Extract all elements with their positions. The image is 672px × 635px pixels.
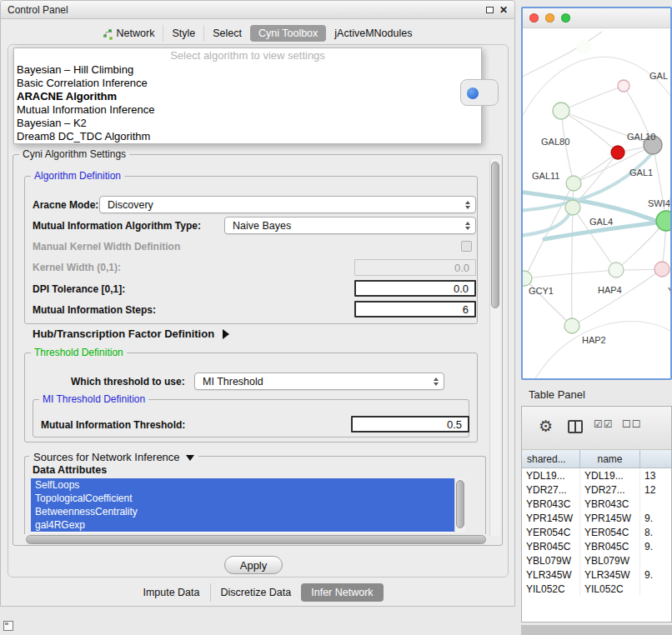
scrollbar-thumb[interactable] — [491, 162, 499, 308]
hub-tf-definition-toggle[interactable]: Hub/Transcription Factor Definition — [33, 328, 229, 340]
close-window-icon[interactable]: ✕ — [499, 6, 508, 14]
network-edge[interactable] — [561, 86, 624, 111]
network-edge[interactable] — [523, 211, 571, 236]
algorithm-option-basic-correlation-inference[interactable]: Basic Correlation Inference — [14, 77, 481, 90]
attribute-item-topologicalcoefficient[interactable]: TopologicalCoefficient — [31, 492, 454, 505]
spinner-arrows-icon — [434, 378, 439, 386]
network-edge[interactable] — [572, 208, 573, 326]
mi-threshold-field[interactable] — [351, 416, 469, 432]
tab-select[interactable]: Select — [203, 25, 250, 42]
pink-node-top[interactable] — [618, 80, 629, 92]
settings-horizontal-scrollbar[interactable] — [26, 535, 486, 544]
close-traffic-light-icon[interactable] — [529, 13, 539, 22]
tab-jactivemnodules[interactable]: jActiveMNodules — [326, 25, 420, 42]
window-title: Control Panel — [8, 4, 486, 16]
bottom-tab-discretize-data[interactable]: Discretize Data — [210, 583, 302, 602]
green-node[interactable] — [656, 211, 670, 231]
which-threshold-select[interactable]: MI Threshold — [194, 372, 444, 390]
table-row[interactable]: YDL19...YDL19...13 — [522, 468, 671, 482]
table-row[interactable]: YIL052CYIL052C — [522, 582, 671, 596]
network-edge[interactable] — [561, 111, 574, 183]
zoom-traffic-light-icon[interactable] — [561, 13, 570, 22]
pink-node-right[interactable] — [654, 262, 669, 277]
table-cell: 9. — [640, 511, 671, 525]
network-edge[interactable] — [574, 152, 618, 183]
gal80-node[interactable] — [553, 102, 569, 119]
gal10-node[interactable] — [611, 146, 624, 159]
mi-type-label: Mutual Information Algorithm Type: — [33, 220, 201, 232]
help-button-fragment[interactable] — [460, 79, 499, 106]
network-window-titlebar[interactable] — [523, 8, 670, 28]
table-row[interactable]: YPR145WYPR145W9. — [522, 511, 671, 525]
node-label-swi4: SWI4 — [648, 198, 670, 208]
attribute-item-betweennesscentrality[interactable]: BetweennessCentrality — [31, 505, 454, 518]
node-label-gcy1: GCY1 — [529, 286, 554, 296]
tab-bar: NetworkStyleSelectCyni ToolboxjActiveMNo… — [1, 24, 514, 42]
tab-cyni-toolbox[interactable]: Cyni Toolbox — [250, 25, 326, 42]
algorithm-option-aracne-algorithm[interactable]: ARACNE Algorithm — [14, 90, 481, 103]
algorithm-option-bayesian-k2[interactable]: Bayesian – K2 — [14, 117, 481, 130]
sources-toggle[interactable]: Sources for Network Inference — [29, 451, 198, 463]
desktop: Control Panel ✕ NetworkStyleSelectCyni T… — [0, 0, 672, 635]
node-label-gal4: GAL4 — [589, 217, 613, 227]
algorithm-option-bayesian-hill-climbing[interactable]: Bayesian – Hill Climbing — [14, 63, 481, 77]
gear-icon[interactable]: ⚙ — [539, 417, 553, 436]
apply-button[interactable]: Apply — [224, 556, 283, 574]
network-canvas-container[interactable]: GALGAL80GAL10GAL11GAL1SWI4GAL4GCY1HAP4HA… — [523, 28, 670, 378]
attributes-list-scrollbar[interactable] — [454, 478, 465, 532]
unselect-all-columns-icon[interactable]: ☐☐ — [622, 418, 642, 430]
algorithm-popup-list: Bayesian – Hill ClimbingBasic Correlatio… — [14, 63, 481, 143]
network-tab-icon — [103, 29, 113, 38]
window-controls: ✕ — [486, 6, 508, 14]
bottom-tab-impute-data[interactable]: Impute Data — [133, 583, 209, 602]
bottom-tab-infer-network[interactable]: Infer Network — [301, 583, 383, 602]
mi-type-value: Naive Bayes — [233, 220, 291, 232]
table-row[interactable]: YBR045CYBR045C9. — [522, 539, 671, 553]
table-row[interactable]: YDR27...YDR27...12 — [522, 482, 671, 497]
network-edge[interactable] — [653, 145, 666, 221]
select-all-columns-icon[interactable]: ☑☑ — [594, 418, 614, 430]
mi-steps-field[interactable] — [354, 301, 476, 318]
float-window-icon[interactable] — [486, 7, 494, 13]
gal11-node[interactable] — [566, 176, 581, 191]
tab-style[interactable]: Style — [163, 25, 203, 42]
hap4-node[interactable] — [609, 262, 624, 278]
table-cell: YPR145W — [522, 511, 580, 525]
table-row[interactable]: YBL079WYBL079W — [522, 553, 671, 568]
scrollbar-thumb[interactable] — [456, 480, 464, 528]
control-panel-titlebar[interactable]: Control Panel ✕ — [1, 1, 514, 19]
minimized-panel-icon[interactable] — [3, 621, 13, 631]
table-row[interactable]: YBR043CYBR043C — [522, 497, 671, 511]
hap2-node[interactable] — [564, 318, 579, 333]
table-cell: YDL19... — [580, 468, 640, 482]
node-label-y: Y — [668, 286, 670, 296]
algorithm-option-dream8-dc-tdc-algorithm[interactable]: Dream8 DC_TDC Algorithm — [14, 130, 481, 143]
columns-icon[interactable] — [568, 420, 583, 433]
column-header-shared[interactable]: shared... — [522, 450, 580, 468]
network-edge[interactable] — [535, 322, 670, 378]
tab-network[interactable]: Network — [95, 25, 163, 42]
manual-kernel-checkbox[interactable] — [461, 241, 472, 252]
network-edge[interactable] — [523, 32, 602, 80]
aracne-mode-select[interactable]: Discovery — [99, 196, 476, 213]
kernel-width-field[interactable] — [354, 259, 476, 276]
table-row[interactable]: YLR345WYLR345W9. — [522, 568, 671, 582]
data-attributes-list[interactable]: SelfLoopsTopologicalCoefficientBetweenne… — [31, 478, 454, 532]
attribute-item-gal4rgexp[interactable]: gal4RGexp — [31, 518, 454, 532]
table-row[interactable]: YER054CYER054C8. — [522, 525, 671, 539]
attribute-item-selfloops[interactable]: SelfLoops — [31, 478, 454, 492]
network-canvas[interactable]: GALGAL80GAL10GAL11GAL1SWI4GAL4GCY1HAP4HA… — [523, 28, 670, 378]
network-edge[interactable] — [523, 57, 670, 128]
settings-vertical-scrollbar[interactable] — [489, 159, 500, 536]
column-header-2[interactable] — [640, 450, 671, 468]
aracne-mode-label: Aracne Mode: — [33, 199, 98, 211]
column-header-name[interactable]: name — [580, 450, 640, 468]
minimize-traffic-light-icon[interactable] — [545, 13, 554, 22]
dpi-tolerance-field[interactable] — [354, 280, 476, 297]
algorithm-option-mutual-information-inference[interactable]: Mutual Information Inference — [14, 103, 481, 117]
faint-node[interactable] — [576, 39, 591, 54]
mi-algorithm-type-select[interactable]: Naive Bayes — [224, 217, 476, 234]
gcy1-node[interactable] — [523, 271, 532, 286]
network-edge[interactable] — [524, 270, 616, 278]
gal4-node[interactable] — [565, 200, 580, 215]
